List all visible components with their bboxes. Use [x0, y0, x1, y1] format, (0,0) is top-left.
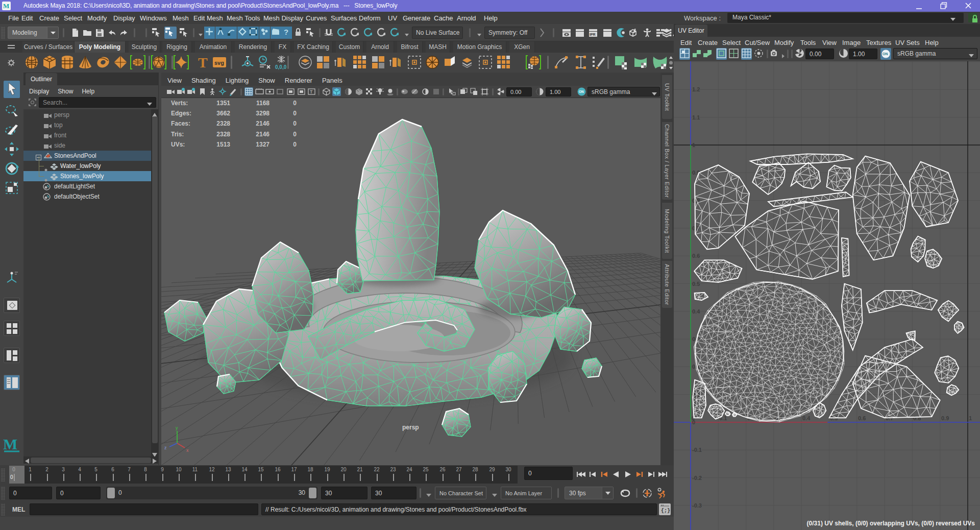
svg-text:0.4: 0.4 [692, 308, 700, 315]
svg-text:-0.2: -0.2 [692, 475, 702, 481]
svg-text:x: x [186, 448, 189, 453]
svg-text:z: z [164, 445, 167, 450]
svg-text:1: 1 [692, 142, 695, 148]
svg-text:T: T [310, 89, 313, 94]
svg-text:{;}: {;} [661, 508, 670, 514]
svg-text:ON: ON [883, 52, 888, 56]
svg-text:0,0,0: 0,0,0 [275, 64, 287, 70]
svg-text:0.6: 0.6 [858, 415, 866, 421]
svg-text:1.2: 1.2 [692, 86, 700, 92]
svg-text:0.4: 0.4 [802, 415, 811, 421]
svg-text:0.6: 0.6 [692, 253, 700, 259]
svg-text:-0.3: -0.3 [692, 502, 702, 509]
svg-text:1: 1 [969, 415, 972, 421]
svg-text:?: ? [284, 28, 288, 36]
svg-text:-0.1: -0.1 [692, 447, 702, 453]
svg-text:0.1: 0.1 [719, 415, 727, 421]
svg-text:T: T [198, 55, 208, 70]
svg-text:ON: ON [579, 90, 584, 93]
svg-text:1.1: 1.1 [692, 114, 700, 121]
svg-text:0.7: 0.7 [692, 225, 700, 231]
svg-text:M: M [3, 436, 17, 452]
svg-text:M: M [3, 2, 9, 10]
svg-text:y: y [176, 425, 178, 430]
svg-text:IPR: IPR [590, 33, 596, 36]
svg-text:svg: svg [214, 60, 224, 66]
svg-text:0.5: 0.5 [692, 281, 700, 287]
svg-text:0.9: 0.9 [941, 415, 949, 421]
